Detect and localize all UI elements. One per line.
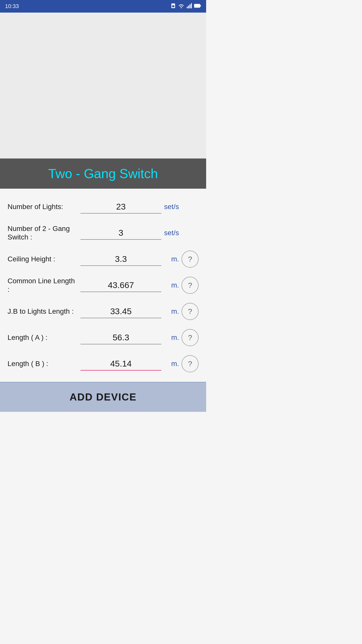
input-wrapper-length-b — [80, 357, 161, 371]
form-row-ceiling-height: Ceiling Height : m. ? — [8, 246, 199, 272]
input-ceiling-height[interactable] — [80, 253, 161, 266]
title-bar: Two - Gang Switch — [0, 158, 206, 189]
svg-rect-8 — [200, 5, 201, 7]
help-btn-length-b[interactable]: ? — [182, 355, 199, 372]
label-length-a: Length ( A ) : — [8, 333, 78, 342]
label-length-b: Length ( B ) : — [8, 359, 78, 368]
svg-rect-6 — [191, 3, 192, 8]
form-row-num-lights: Number of Lights: set/s — [8, 194, 199, 220]
status-icons — [170, 3, 201, 10]
form-row-common-line-length: Common Line Length : m. ? — [8, 272, 199, 298]
unit-num-lights: set/s — [164, 203, 179, 211]
svg-rect-1 — [172, 5, 174, 7]
unit-jb-lights-length: m. — [164, 307, 179, 315]
label-jb-lights-length: J.B to Lights Length : — [8, 307, 78, 316]
form-area: Number of Lights: set/s Number of 2 - Ga… — [0, 189, 206, 382]
ad-area — [0, 13, 206, 158]
help-placeholder-1 — [182, 224, 199, 242]
input-wrapper-common-line-length — [80, 279, 161, 292]
svg-rect-7 — [194, 4, 200, 7]
add-device-button[interactable]: ADD DEVICE — [0, 382, 206, 412]
input-length-b[interactable] — [80, 357, 161, 371]
form-row-length-b: Length ( B ) : m. ? — [8, 351, 199, 377]
unit-length-a: m. — [164, 334, 179, 342]
input-length-a[interactable] — [80, 331, 161, 344]
input-wrapper-length-a — [80, 331, 161, 344]
form-row-jb-lights-length: J.B to Lights Length : m. ? — [8, 298, 199, 325]
unit-length-b: m. — [164, 360, 179, 368]
input-num-gang-switch[interactable] — [80, 226, 161, 240]
help-btn-common-line-length[interactable]: ? — [182, 277, 199, 294]
battery-icon — [194, 4, 201, 9]
signal-icon — [187, 3, 192, 10]
label-ceiling-height: Ceiling Height : — [8, 255, 78, 263]
input-common-line-length[interactable] — [80, 279, 161, 292]
svg-rect-5 — [190, 4, 191, 8]
unit-common-line-length: m. — [164, 281, 179, 289]
page-title: Two - Gang Switch — [5, 166, 201, 181]
unit-num-gang-switch: set/s — [164, 229, 179, 237]
status-bar: 10:33 — [0, 0, 206, 13]
help-btn-length-a[interactable]: ? — [182, 329, 199, 346]
label-num-lights: Number of Lights: — [8, 203, 78, 211]
label-common-line-length: Common Line Length : — [8, 277, 78, 294]
form-row-length-a: Length ( A ) : m. ? — [8, 325, 199, 351]
form-row-num-gang-switch: Number of 2 - Gang Switch : set/s — [8, 220, 199, 246]
input-wrapper-ceiling-height — [80, 253, 161, 266]
input-wrapper-num-lights — [80, 200, 161, 214]
sim-icon — [170, 3, 176, 10]
svg-point-2 — [181, 7, 182, 8]
input-wrapper-jb-lights-length — [80, 305, 161, 318]
label-num-gang-switch: Number of 2 - Gang Switch : — [8, 224, 78, 241]
status-time: 10:33 — [5, 3, 19, 10]
svg-rect-4 — [188, 6, 189, 8]
help-btn-jb-lights-length[interactable]: ? — [182, 303, 199, 320]
wifi-icon — [178, 3, 185, 10]
svg-rect-3 — [187, 7, 188, 8]
input-wrapper-num-gang-switch — [80, 226, 161, 240]
input-jb-lights-length[interactable] — [80, 305, 161, 318]
help-btn-ceiling-height[interactable]: ? — [182, 251, 199, 268]
unit-ceiling-height: m. — [164, 255, 179, 263]
help-placeholder-0 — [182, 198, 199, 215]
input-num-lights[interactable] — [80, 200, 161, 214]
